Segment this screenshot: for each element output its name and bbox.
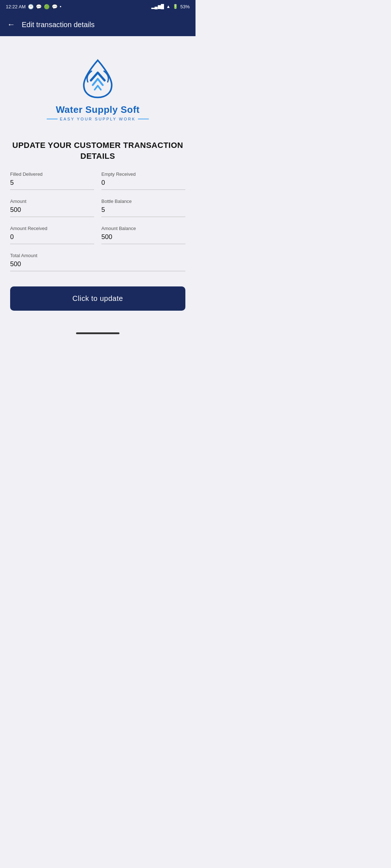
total-amount-input[interactable] [10, 260, 185, 271]
form-row-4: Total Amount [10, 253, 185, 271]
total-amount-label: Total Amount [10, 253, 185, 258]
status-left: 12:22 AM 🕐 💬 🟢 💬 • [6, 4, 62, 9]
app-logo [76, 57, 119, 101]
amount-received-field: Amount Received [10, 226, 94, 244]
amount-balance-field: Amount Balance [101, 226, 185, 244]
app-bar: ← Edit transaction details [0, 13, 196, 36]
total-amount-field: Total Amount [10, 253, 185, 271]
filled-delivered-field: Filled Delivered [10, 171, 94, 190]
time-display: 12:22 AM [6, 4, 26, 9]
whatsapp-icon-1: 💬 [36, 4, 42, 9]
app-bar-title: Edit transaction details [22, 21, 94, 29]
filled-delivered-label: Filled Delivered [10, 171, 94, 177]
amount-field: Amount [10, 199, 94, 217]
tagline-line-left [47, 119, 58, 119]
content-area: Water Supply Soft EASY YOUR SUPPLY WORK … [0, 36, 196, 325]
bottom-bar [0, 325, 196, 338]
form-row-1: Filled Delivered Empty Received [10, 171, 185, 190]
empty-received-input[interactable] [101, 178, 185, 190]
whatsapp-icon-3: 💬 [52, 4, 58, 9]
bottom-home-indicator [76, 332, 119, 334]
battery-percent: 53% [180, 4, 190, 9]
form-card: Filled Delivered Empty Received Amount B… [10, 171, 185, 311]
app-icon-2: 🟢 [44, 4, 50, 9]
back-button[interactable]: ← [7, 20, 15, 29]
tagline-text: EASY YOUR SUPPLY WORK [60, 117, 136, 121]
amount-balance-label: Amount Balance [101, 226, 185, 231]
alarm-icon: 🕐 [28, 4, 34, 9]
filled-delivered-input[interactable] [10, 178, 94, 190]
empty-received-field: Empty Received [101, 171, 185, 190]
wifi-icon: ▲ [166, 4, 171, 9]
bottle-balance-label: Bottle Balance [101, 199, 185, 204]
update-button[interactable]: Click to update [10, 286, 185, 311]
bottle-balance-field: Bottle Balance [101, 199, 185, 217]
form-row-3: Amount Received Amount Balance [10, 226, 185, 244]
amount-received-label: Amount Received [10, 226, 94, 231]
form-row-2: Amount Bottle Balance [10, 199, 185, 217]
amount-input[interactable] [10, 205, 94, 217]
signal-icon: ▂▄▆█ [151, 4, 164, 9]
dot-indicator: • [60, 4, 62, 9]
tagline-line-right [138, 119, 149, 119]
amount-label: Amount [10, 199, 94, 204]
battery-icon: 🔋 [173, 4, 178, 9]
empty-received-label: Empty Received [101, 171, 185, 177]
brand-tagline: EASY YOUR SUPPLY WORK [47, 117, 149, 121]
bottle-balance-input[interactable] [101, 205, 185, 217]
amount-received-input[interactable] [10, 233, 94, 244]
status-bar: 12:22 AM 🕐 💬 🟢 💬 • ▂▄▆█ ▲ 🔋 53% [0, 0, 196, 13]
logo-section: Water Supply Soft EASY YOUR SUPPLY WORK [10, 46, 185, 128]
amount-balance-input[interactable] [101, 233, 185, 244]
status-right: ▂▄▆█ ▲ 🔋 53% [151, 4, 190, 9]
form-title: UPDATE YOUR CUSTOMER TRANSACTION DETAILS [10, 140, 185, 161]
brand-name: Water Supply Soft [56, 104, 139, 115]
